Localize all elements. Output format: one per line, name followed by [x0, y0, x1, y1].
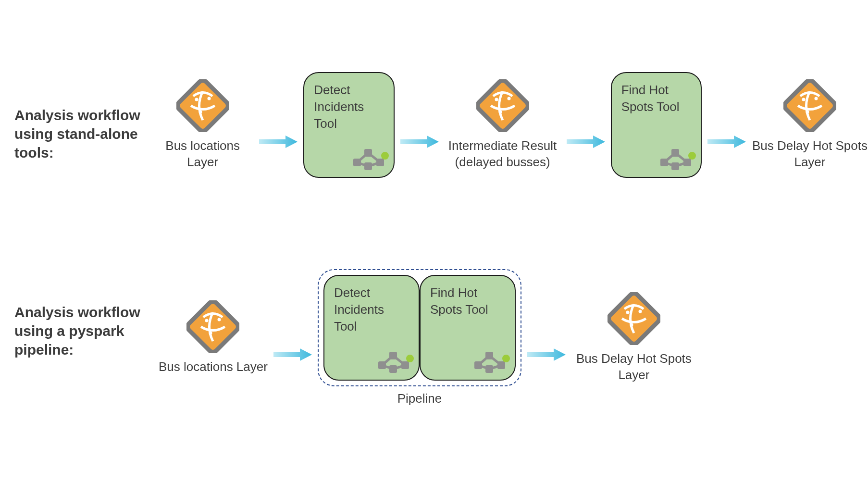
- pipeline-group: Detect Incidents Tool Find Hot Spots Too…: [318, 269, 521, 406]
- bus-delay-hotspots-layer-node: Bus Delay Hot Spots Layer: [571, 292, 696, 383]
- arrow-icon: [707, 135, 746, 149]
- find-hot-spots-tool: Find Hot Spots Tool: [611, 72, 702, 178]
- graph-icon: [376, 346, 414, 376]
- bus-locations-layer-node: Bus locations Layer: [152, 79, 253, 171]
- detect-incidents-tool: Detect Incidents Tool: [323, 275, 420, 381]
- layer-icon: [783, 79, 836, 132]
- graph-icon: [658, 143, 696, 173]
- intermediate-result-node: Intermediate Result (delayed busses): [445, 79, 561, 171]
- layer-icon: [608, 292, 660, 345]
- node-caption: Bus Delay Hot Spots Layer: [752, 138, 868, 171]
- arrow-icon: [273, 347, 312, 362]
- bus-delay-hotspots-layer-node: Bus Delay Hot Spots Layer: [752, 79, 868, 171]
- layer-icon: [476, 79, 529, 132]
- workflow-standalone-row: Analysis workflow using stand-alone tool…: [0, 72, 868, 178]
- row1-flow: Bus locations Layer Detect Incidents Too…: [152, 72, 868, 178]
- tool-label: Detect Incidents Tool: [334, 284, 409, 335]
- arrow-icon: [259, 135, 298, 149]
- tool-label: Detect Incidents Tool: [314, 82, 384, 132]
- row1-label: Analysis workflow using stand-alone tool…: [0, 72, 152, 162]
- node-caption: Bus locations Layer: [159, 359, 268, 375]
- arrow-icon: [527, 347, 566, 362]
- node-caption: Intermediate Result (delayed busses): [445, 138, 561, 171]
- layer-icon: [186, 300, 239, 353]
- detect-incidents-tool: Detect Incidents Tool: [303, 72, 394, 178]
- find-hot-spots-tool: Find Hot Spots Tool: [420, 275, 516, 381]
- tool-label: Find Hot Spots Tool: [621, 82, 691, 115]
- layer-icon: [176, 79, 229, 132]
- graph-icon: [472, 346, 510, 376]
- tool-label: Find Hot Spots Tool: [430, 284, 505, 318]
- pipeline-container: Detect Incidents Tool Find Hot Spots Too…: [318, 269, 521, 386]
- row2-label: Analysis workflow using a pyspark pipeli…: [0, 269, 159, 359]
- row2-flow: Bus locations Layer Detect Incidents Too…: [159, 269, 696, 406]
- bus-locations-layer-node: Bus locations Layer: [159, 300, 268, 375]
- workflow-pipeline-row: Analysis workflow using a pyspark pipeli…: [0, 269, 868, 406]
- node-caption: Bus Delay Hot Spots Layer: [571, 351, 696, 383]
- arrow-icon: [400, 135, 439, 149]
- graph-icon: [351, 143, 389, 173]
- node-caption: Bus locations Layer: [152, 138, 253, 171]
- arrow-icon: [567, 135, 605, 149]
- pipeline-label: Pipeline: [397, 391, 442, 406]
